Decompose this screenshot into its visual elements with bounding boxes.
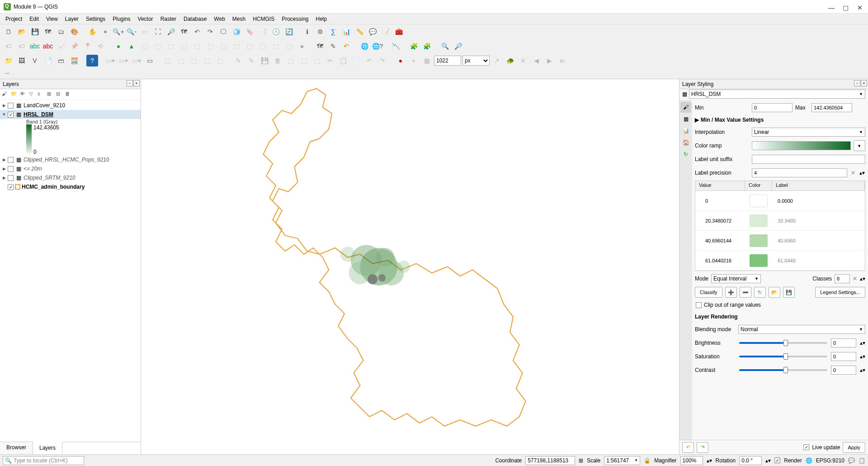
d6-icon[interactable]: ⬚ — [298, 55, 310, 67]
brightness-slider[interactable] — [739, 342, 827, 344]
mesh-triangle-icon[interactable]: ▲ — [126, 40, 137, 52]
lock-icon[interactable]: 🔒 — [644, 457, 651, 464]
symbology-tab-icon[interactable]: 🖌 — [680, 102, 691, 113]
target-icon[interactable]: ⌖ — [408, 55, 420, 67]
crs-icon[interactable]: 🌐 — [806, 457, 812, 464]
value-row[interactable]: 40.6960144 40.6960 — [695, 231, 865, 251]
refresh-icon[interactable]: 🔄 — [283, 26, 295, 38]
tab-layers[interactable]: Layers — [33, 442, 62, 454]
small-toolbar-icon[interactable]: ◦◦◦ — [3, 70, 12, 77]
clip-label[interactable]: Clip out of range values — [704, 302, 761, 308]
t4-icon[interactable]: ◀ — [530, 55, 542, 67]
overflow-icon[interactable]: » — [296, 40, 308, 52]
saturation-value[interactable] — [831, 352, 856, 361]
col-color[interactable]: Color — [745, 181, 772, 190]
layer-row-hrsl-dsm[interactable]: ▼ ✓ ▦ HRSL_DSM — [0, 110, 141, 119]
e1-icon[interactable]: ⬚ — [162, 55, 174, 67]
maximize-button[interactable]: ▢ — [843, 4, 848, 10]
styling-layer-select[interactable]: HRSL_DSM ▼ — [689, 90, 865, 99]
georef-icon[interactable]: 🗺 — [314, 40, 326, 52]
new-3d-view-icon[interactable]: 🧊 — [231, 26, 242, 38]
menu-web[interactable]: Web — [210, 14, 228, 24]
color-swatch[interactable] — [750, 195, 768, 207]
d5-icon[interactable]: ⬚ — [285, 55, 297, 67]
m5-icon[interactable]: ⬚ — [191, 40, 203, 52]
layer-checkbox[interactable] — [8, 157, 14, 163]
crs-label[interactable]: EPSG:9210 — [816, 457, 844, 464]
remove-class-button[interactable]: ➖ — [740, 287, 751, 298]
action-icon[interactable]: ⚙ — [314, 26, 326, 38]
m8-icon[interactable]: ⬚ — [231, 40, 242, 52]
min-input[interactable] — [752, 103, 793, 112]
menu-hcmgis[interactable]: HCMGIS — [249, 14, 278, 24]
log-icon[interactable]: 📋 — [859, 457, 865, 464]
classify-button[interactable]: Classify — [695, 287, 722, 298]
layer-checkbox[interactable] — [8, 103, 14, 109]
layer-checkbox[interactable] — [8, 166, 14, 172]
plugin2-icon[interactable]: 🧩 — [421, 40, 433, 52]
add-raster-icon[interactable]: 🖼 — [16, 55, 28, 67]
zoom-native-icon[interactable]: ▭ — [139, 26, 151, 38]
minimize-button[interactable]: — — [828, 4, 834, 10]
maptips-icon[interactable]: 💬 — [367, 26, 378, 38]
save-project-icon[interactable]: 💾 — [29, 26, 41, 38]
max-input[interactable] — [811, 103, 852, 112]
panel-close-button[interactable]: × — [861, 80, 867, 86]
select-by-icon[interactable]: ▭▾ — [118, 55, 129, 67]
clear-icon[interactable]: ✕ — [850, 170, 856, 176]
menu-mesh[interactable]: Mesh — [229, 14, 249, 24]
add-delimited-icon[interactable]: 📄 — [42, 55, 54, 67]
map-canvas[interactable] — [141, 79, 679, 454]
menu-vector[interactable]: Vector — [134, 14, 157, 24]
coord-value-input[interactable] — [434, 56, 461, 66]
pin-label-icon[interactable]: 📌 — [68, 40, 80, 52]
zoom-layer-icon[interactable]: 🗺 — [178, 26, 190, 38]
saturation-slider[interactable] — [739, 356, 827, 357]
label-move-icon[interactable]: 🏷 — [16, 40, 28, 52]
add-vector-icon[interactable]: 📁 — [3, 55, 14, 67]
style-redo-button[interactable]: ↷ — [697, 442, 708, 453]
diagram-icon[interactable]: 📈 — [55, 40, 67, 52]
deselect-icon[interactable]: ▭▾ — [131, 55, 142, 67]
d10-icon[interactable]: 📄 — [350, 55, 362, 67]
history-tab-icon[interactable]: ↻ — [680, 149, 691, 160]
render-label[interactable]: Render — [784, 457, 802, 464]
spinner-icon[interactable]: ▴▾ — [860, 353, 865, 360]
layer-checkbox[interactable] — [8, 175, 14, 181]
e2-icon[interactable]: ⬚ — [175, 55, 187, 67]
m4-icon[interactable]: ⬚ — [178, 40, 190, 52]
new-project-icon[interactable]: 🗋 — [3, 26, 14, 38]
coord-unit-select[interactable]: px — [462, 56, 490, 66]
color-swatch[interactable] — [750, 214, 768, 227]
save-color-map-button[interactable]: 💾 — [783, 287, 795, 298]
select-invert-icon[interactable]: ▭ — [144, 55, 156, 67]
menu-edit[interactable]: Edit — [26, 14, 42, 24]
plugin1-icon[interactable]: 🧩 — [408, 40, 420, 52]
style-undo-button[interactable]: ↶ — [682, 442, 694, 453]
measure-icon[interactable]: 📏 — [354, 26, 365, 38]
georef-undo-icon[interactable]: ↶ — [340, 40, 352, 52]
menu-layer[interactable]: Layer — [61, 14, 82, 24]
d11-icon[interactable]: ↶ — [363, 55, 375, 67]
m2-icon[interactable]: ⬚ — [152, 40, 164, 52]
locator-input[interactable]: 🔍 Type to locate (Ctrl+K) — [3, 456, 84, 465]
remove-layer-icon[interactable]: 🗑 — [65, 91, 72, 98]
zoom-last-icon[interactable]: ↶ — [191, 26, 203, 38]
value-row[interactable]: 0 0.0000 — [695, 191, 865, 211]
menu-database[interactable]: Database — [180, 14, 210, 24]
layer-checkbox[interactable]: ✓ — [8, 112, 14, 118]
histogram-tab-icon[interactable]: 📊 — [680, 125, 691, 136]
expand-icon[interactable]: ▶ — [2, 166, 6, 171]
interpolation-select[interactable]: Linear▼ — [752, 128, 865, 137]
select-feature-icon[interactable]: ▭▾ — [104, 55, 116, 67]
add-spatialite-icon[interactable]: 🗃 — [55, 55, 67, 67]
zoom-next-icon[interactable]: ↷ — [204, 26, 216, 38]
zoom-in-icon[interactable]: 🔍+ — [113, 26, 124, 38]
precision-input[interactable] — [752, 168, 847, 177]
classes-input[interactable] — [835, 274, 850, 283]
grid-icon[interactable]: ▦ — [421, 55, 433, 67]
tab-browser[interactable]: Browser — [0, 442, 33, 454]
new-print-layout-icon[interactable]: 🗺 — [42, 26, 54, 38]
style-manager-icon[interactable]: 🎨 — [68, 26, 80, 38]
e5-icon[interactable]: ⬚ — [214, 55, 226, 67]
